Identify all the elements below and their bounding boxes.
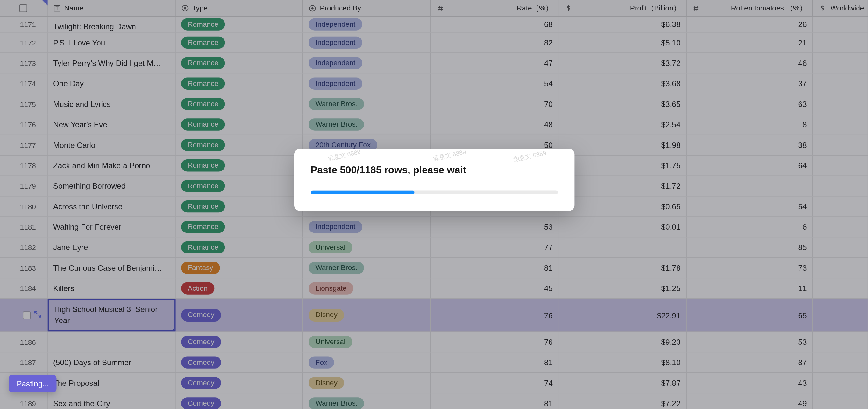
watermark: 源意文 6889 bbox=[513, 149, 547, 164]
modal-title: Paste 500/1185 rows, please wait bbox=[310, 164, 558, 176]
progress-bar bbox=[310, 191, 414, 194]
watermark: 源意文 6889 bbox=[432, 148, 466, 163]
watermark: 源意文 6889 bbox=[327, 148, 361, 163]
pasting-toast: Pasting... bbox=[9, 375, 57, 393]
progress-track bbox=[310, 191, 558, 194]
paste-progress-modal: 源意文 6889 源意文 6889 源意文 6889 Paste 500/118… bbox=[294, 149, 574, 211]
